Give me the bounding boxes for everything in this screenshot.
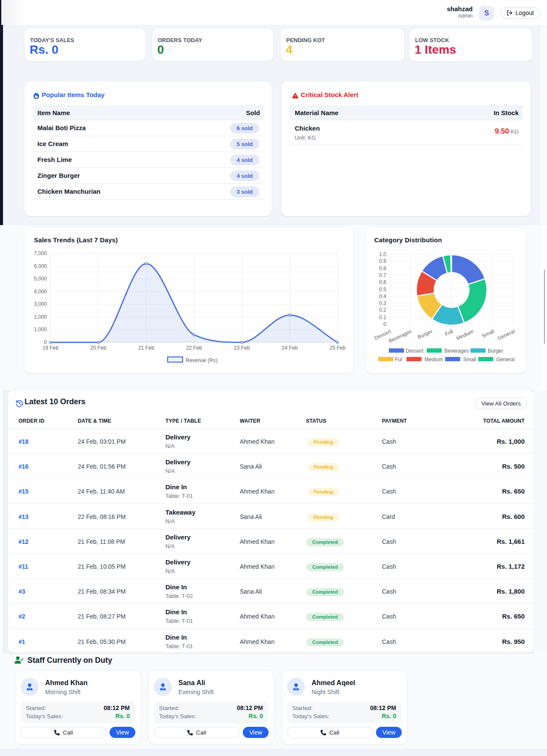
svg-text:24 Feb: 24 Feb (282, 345, 298, 351)
svg-text:Revenue (Rs): Revenue (Rs) (186, 357, 217, 363)
svg-text:General: General (496, 357, 515, 363)
svg-text:Full: Full (444, 328, 454, 337)
svg-text:22 Feb: 22 Feb (186, 345, 202, 351)
svg-text:0.9: 0.9 (379, 258, 386, 264)
svg-text:0.1: 0.1 (379, 314, 386, 320)
svg-text:Small: Small (463, 357, 476, 363)
svg-text:2,000: 2,000 (34, 314, 47, 320)
svg-text:Ful: Ful (395, 357, 402, 363)
svg-text:5,000: 5,000 (34, 276, 47, 282)
svg-text:Dessert: Dessert (406, 348, 424, 354)
svg-text:General: General (497, 328, 516, 341)
svg-text:0.8: 0.8 (379, 265, 386, 271)
svg-text:7,000: 7,000 (34, 250, 47, 256)
svg-text:Burger: Burger (488, 348, 503, 354)
svg-text:20 Feb: 20 Feb (90, 345, 107, 351)
svg-text:0: 0 (383, 321, 386, 327)
svg-text:Burger: Burger (417, 328, 434, 340)
svg-text:0.2: 0.2 (379, 307, 386, 313)
svg-text:Medium: Medium (425, 357, 443, 363)
svg-text:6,000: 6,000 (34, 263, 47, 269)
svg-text:Beverages: Beverages (388, 328, 413, 344)
svg-text:0.5: 0.5 (379, 287, 386, 293)
svg-text:4,000: 4,000 (34, 289, 47, 295)
svg-text:3,000: 3,000 (34, 301, 47, 307)
svg-text:23 Feb: 23 Feb (234, 345, 250, 351)
svg-text:Beverages: Beverages (444, 348, 469, 354)
svg-text:0.6: 0.6 (379, 279, 386, 285)
svg-text:21 Feb: 21 Feb (138, 345, 155, 351)
svg-text:0: 0 (44, 339, 47, 345)
svg-text:Small: Small (481, 328, 495, 339)
svg-text:19 Feb: 19 Feb (43, 345, 59, 351)
svg-text:Medium: Medium (455, 328, 475, 341)
svg-text:0.3: 0.3 (379, 300, 386, 306)
svg-text:1.0: 1.0 (379, 251, 386, 257)
svg-text:0.4: 0.4 (379, 293, 386, 299)
svg-text:0.7: 0.7 (379, 272, 386, 278)
svg-text:25 Feb: 25 Feb (330, 345, 346, 351)
svg-text:1,000: 1,000 (34, 326, 47, 332)
